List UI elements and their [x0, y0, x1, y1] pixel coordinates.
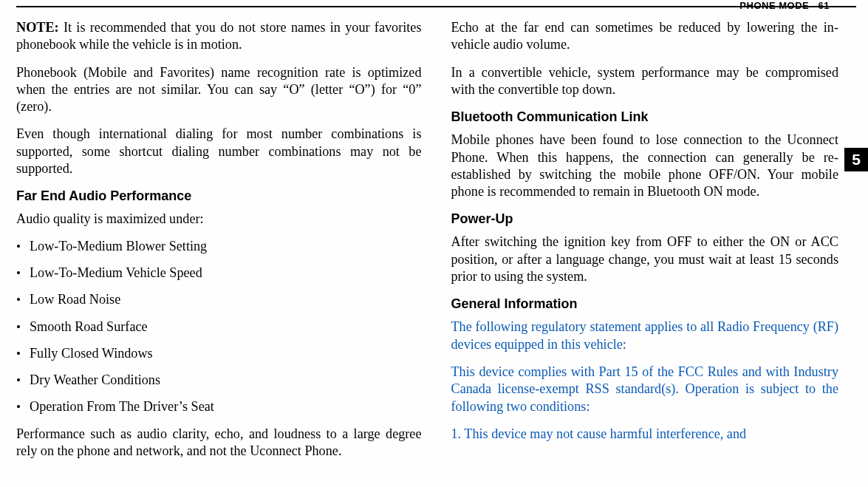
convertible-para: In a convertible vehicle, system perform…	[451, 64, 839, 99]
list-item: Low-To-Medium Vehicle Speed	[16, 265, 422, 282]
condition-1: 1. This device may not cause harmful int…	[451, 426, 839, 443]
left-column: NOTE: It is recommended that you do not …	[16, 6, 437, 478]
phonebook-para: Phonebook (Mobile and Favorites) name re…	[16, 64, 422, 116]
audio-quality-list: Low-To-Medium Blower Setting Low-To-Medi…	[16, 238, 422, 416]
powerup-para: After switching the ignition key from OF…	[451, 234, 839, 285]
note-label: NOTE:	[16, 20, 59, 35]
note-text: It is recommended that you do not store …	[16, 20, 422, 52]
bluetooth-heading: Bluetooth Communication Link	[451, 109, 839, 126]
echo-para: Echo at the far end can sometimes be red…	[451, 19, 839, 54]
intl-dialing-para: Even though international dialing for mo…	[16, 126, 422, 177]
bluetooth-para: Mobile phones have been found to lose co…	[451, 132, 839, 200]
fcc-para: This device complies with Part 15 of the…	[451, 364, 839, 415]
powerup-heading: Power-Up	[451, 211, 839, 228]
general-info-heading: General Information	[451, 296, 839, 313]
page-container: NOTE: It is recommended that you do not …	[0, 0, 868, 487]
list-item: Low-To-Medium Blower Setting	[16, 238, 422, 255]
note-paragraph: NOTE: It is recommended that you do not …	[16, 19, 422, 54]
list-item: Fully Closed Windows	[16, 345, 422, 362]
performance-para: Performance such as audio clarity, echo,…	[16, 426, 422, 460]
list-item: Dry Weather Conditions	[16, 372, 422, 389]
right-column: Echo at the far end can sometimes be red…	[437, 6, 857, 478]
list-item: Smooth Road Surface	[16, 319, 422, 336]
audio-quality-intro: Audio quality is maximized under:	[16, 211, 422, 228]
far-end-heading: Far End Audio Performance	[16, 188, 422, 205]
regulatory-intro: The following regulatory statement appli…	[451, 319, 839, 353]
list-item: Operation From The Driver’s Seat	[16, 398, 422, 415]
list-item: Low Road Noise	[16, 291, 422, 308]
